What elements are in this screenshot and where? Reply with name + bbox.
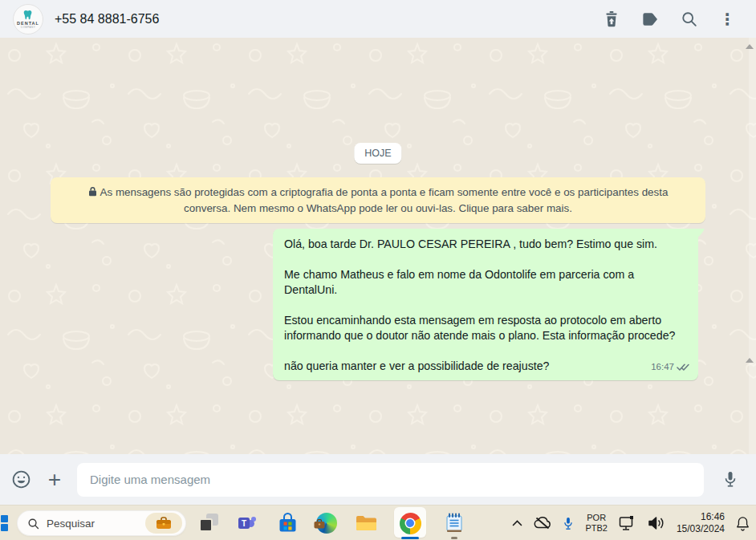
- scrollbar-marker[interactable]: [746, 358, 754, 363]
- microsoft-store-icon: [278, 513, 298, 534]
- emoji-icon[interactable]: [10, 469, 31, 490]
- clock-date: 15/03/2024: [677, 523, 725, 535]
- whatsapp-window: DENTAL COMPANY +55 84 8881-6756: [0, 0, 756, 540]
- taskbar-search-placeholder: Pesquisar: [47, 518, 145, 530]
- notepad-running-indicator: [451, 537, 457, 539]
- chat-scroll-area[interactable]: HOJE As mensagens são protegidas com a c…: [0, 38, 756, 454]
- search-icon[interactable]: [679, 10, 698, 29]
- clock-time: 16:46: [701, 511, 725, 523]
- notification-bell-icon[interactable]: [736, 516, 750, 531]
- chrome-icon: [400, 513, 421, 534]
- briefcase-icon: [156, 517, 172, 530]
- chrome-running-indicator: [401, 537, 419, 539]
- composer-bar: +: [0, 454, 756, 505]
- tray-microphone-icon[interactable]: [563, 516, 574, 531]
- contact-avatar[interactable]: DENTAL COMPANY: [13, 4, 43, 35]
- taskbar-clock[interactable]: 16:46 15/03/2024: [677, 511, 725, 535]
- encryption-notice-text: As mensagens são protegidas com a cripto…: [100, 186, 669, 214]
- bubble-tail: [697, 229, 705, 238]
- language-line2: PTB2: [585, 523, 608, 534]
- language-line1: POR: [587, 513, 606, 523]
- search-highlight-badge[interactable]: [145, 513, 182, 534]
- outgoing-message-bubble[interactable]: Olá, boa tarde Dr. PAULO CESAR PEREIRA ,…: [273, 229, 698, 380]
- label-icon[interactable]: [640, 10, 660, 29]
- delete-chat-icon[interactable]: [602, 10, 621, 29]
- notepad-icon: [445, 513, 464, 534]
- message-input[interactable]: [77, 463, 704, 497]
- chrome-button[interactable]: [394, 505, 426, 540]
- scrollbar-thumb[interactable]: [746, 44, 754, 49]
- teams-button[interactable]: T: [237, 505, 259, 540]
- contact-name[interactable]: +55 84 8881-6756: [55, 12, 159, 26]
- tray-chevron-up-icon[interactable]: [512, 520, 522, 526]
- task-view-front-square: [199, 518, 213, 532]
- start-button[interactable]: [0, 515, 8, 531]
- onedrive-paused-icon[interactable]: [534, 517, 551, 530]
- volume-icon[interactable]: [648, 516, 665, 530]
- message-time: 16:47: [651, 359, 674, 375]
- lock-icon: [88, 185, 97, 201]
- double-check-icon: [677, 363, 690, 372]
- message-paragraph: não queria manter e ver a possibilidade …: [284, 359, 689, 374]
- avatar-sub-text: COMPANY: [21, 26, 35, 29]
- voice-message-icon[interactable]: [720, 469, 741, 490]
- svg-text:T: T: [242, 519, 246, 528]
- taskbar-apps: T: [197, 505, 465, 540]
- taskbar-search-icon: [27, 518, 39, 530]
- task-view-button[interactable]: [197, 505, 220, 540]
- date-separator: HOJE: [354, 143, 401, 164]
- system-tray: POR PTB2 16:46 15/03/: [512, 505, 750, 540]
- notepad-button[interactable]: [443, 505, 465, 540]
- microsoft-store-button[interactable]: [276, 505, 299, 540]
- message-paragraph: Me chamo Matheus e falo em nome da Odont…: [284, 267, 689, 298]
- chat-header: DENTAL COMPANY +55 84 8881-6756: [0, 0, 756, 38]
- attach-icon[interactable]: +: [44, 469, 65, 490]
- menu-icon[interactable]: ⋮: [717, 10, 737, 29]
- header-actions: ⋮: [602, 10, 743, 29]
- file-explorer-button[interactable]: [355, 505, 377, 540]
- windows-taskbar: Pesquisar: [0, 505, 756, 540]
- edge-work-briefcase-badge: [314, 519, 325, 529]
- teams-icon: T: [238, 514, 258, 533]
- display-connect-icon[interactable]: [619, 515, 636, 531]
- message-paragraph: Estou encaminhando esta mensagem em resp…: [284, 313, 689, 343]
- tooth-icon: [22, 9, 35, 21]
- file-explorer-icon: [356, 514, 377, 532]
- menu-dots-glyph: ⋮: [719, 11, 735, 27]
- encryption-notice[interactable]: As mensagens são protegidas com a cripto…: [51, 177, 705, 223]
- message-meta: 16:47: [651, 359, 690, 375]
- scrollbar-track[interactable]: [749, 38, 756, 454]
- message-paragraph: Olá, boa tarde Dr. PAULO CESAR PEREIRA ,…: [284, 237, 689, 252]
- edge-button[interactable]: [315, 505, 338, 540]
- taskbar-search[interactable]: Pesquisar: [17, 510, 186, 536]
- language-indicator[interactable]: POR PTB2: [585, 513, 608, 534]
